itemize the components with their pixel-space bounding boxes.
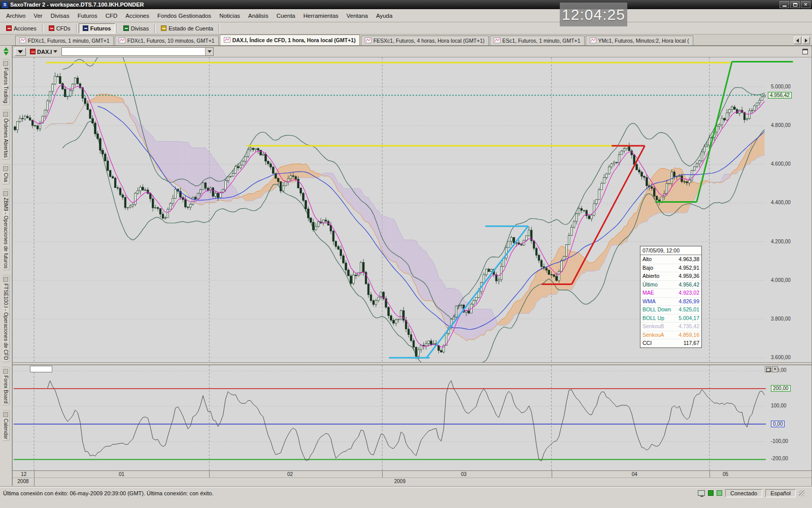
tab-scroll-left-button[interactable]	[794, 37, 801, 44]
month-boundary-tick	[552, 471, 552, 478]
tooltip-row-value: 4.959,36	[679, 273, 699, 280]
connection-icon[interactable]	[708, 490, 714, 496]
toolbar-futuros[interactable]: Futuros	[79, 23, 115, 34]
dock-item-calendar[interactable]: Calendar	[3, 410, 10, 441]
maximize-chart-icon[interactable]	[802, 49, 808, 54]
menu-item-ver[interactable]: Ver	[29, 11, 46, 21]
dock-item-ordenes-abiertas[interactable]: Órdenes Abiertas	[3, 110, 10, 160]
toolbar-cfds[interactable]: CFDs	[45, 23, 75, 34]
price-chart-panel[interactable]: 5.000,004.800,004.600,004.400,004.200,00…	[13, 57, 811, 362]
menu-item-ventana[interactable]: Ventana	[343, 11, 372, 21]
month-label: 05	[723, 471, 728, 477]
close-panel-icon[interactable]: ✕	[772, 366, 778, 372]
cci-tick-label: -100,00	[771, 438, 788, 444]
chart-tab-fesxc1[interactable]: FESXc1, Futuros, 4 horas, Hora local (GM…	[361, 36, 489, 45]
chart-window: DAX.I 5.000,004.800,004.600,004.400,004.…	[12, 46, 812, 486]
chart-icon	[224, 37, 230, 44]
arrow-right-icon	[805, 39, 807, 43]
dock-item-icon	[3, 61, 8, 66]
minimize-button[interactable]	[780, 1, 789, 8]
chart-tabs: FDXc1, Futuros, 1 minuto, GMT+1FDXc1, Fu…	[0, 34, 792, 45]
monitor-icon[interactable]	[698, 490, 705, 496]
price-tick-label: 3.600,00	[771, 355, 791, 360]
cci-indicator-panel[interactable]: 300,00200,00100,000,00-100,00-200,00 ✕	[13, 365, 811, 470]
dock-item-label: Calendar	[3, 419, 9, 439]
window-title: SaxoTrader 2 - workspace.DTS.7.100.IKH.P…	[10, 2, 780, 8]
toolbar-estado-de-cuenta[interactable]: Estado de Cuenta	[157, 23, 217, 34]
instrument-search-combobox[interactable]	[61, 47, 214, 56]
time-axis-years: 20082009	[13, 478, 811, 486]
chart-tab-fdxc1[interactable]: FDXc1, Futuros, 10 minutos, GMT+1	[115, 36, 219, 45]
dock-item-cha[interactable]: Cha	[3, 164, 10, 184]
tooltip-row-label: Bajo	[642, 265, 653, 272]
tooltip-row-boll-up: BOLL Up5.004,17	[640, 314, 701, 323]
menu-item-analisis[interactable]: Análisis	[244, 11, 273, 21]
status-bar: Última conexión con éxito: 06-may-2009 2…	[0, 487, 812, 499]
tooltip-row-senkoub: SenkouB4.735,42	[640, 322, 701, 331]
dock-item-icon	[3, 112, 8, 117]
chart-tab-label: FESXc1, Futuros, 4 horas, Hora local (GM…	[374, 38, 485, 44]
dock-item-icon	[3, 412, 8, 417]
tooltip-row-boll-down: BOLL Down4.525,01	[640, 305, 701, 314]
chart-tab-fdxc1[interactable]: FDXc1, Futuros, 1 minuto, GMT+1	[15, 36, 114, 45]
maximize-button[interactable]	[790, 1, 800, 8]
dock-item-futuros-trading[interactable]: Futuros Trading	[3, 59, 10, 105]
menu-item-fondos-gestionados[interactable]: Fondos Gestionados	[153, 11, 215, 21]
toolbar-acciones[interactable]: Acciones	[2, 23, 41, 34]
chart-icon	[119, 38, 125, 44]
chart-tab-esc1[interactable]: ESc1, Futuros, 1 minuto, GMT+1	[490, 36, 585, 45]
cci-canvas[interactable]	[14, 365, 766, 470]
menu-item-futuros[interactable]: Futuros	[74, 11, 101, 21]
chart-menu-button[interactable]	[15, 48, 26, 56]
toolbar-separator	[154, 24, 155, 33]
status-message: Última conexión con éxito: 06-may-2009 2…	[0, 490, 698, 496]
dock-item-ftse100-i-operaciones-de-cfd[interactable]: FTSE100.I - Operaciones de CFD	[3, 275, 10, 362]
tooltip-row-value: 4.963,38	[679, 256, 699, 263]
dock-item-forex-board[interactable]: Forex Board	[3, 367, 10, 405]
connection-status: Conectado	[725, 489, 762, 497]
chart-tooltip: 07/05/09, 12:00 Alto4.963,38Bajo4.952,91…	[640, 246, 702, 348]
language-selector[interactable]: Español	[765, 489, 796, 497]
dock-item-zbm9-operaciones-de-futuros[interactable]: ZBM9 - Operaciones de futuros	[3, 189, 10, 271]
dock-arrows-icon[interactable]	[4, 46, 9, 57]
title-bar: S SaxoTrader 2 - workspace.DTS.7.100.IKH…	[0, 0, 812, 9]
chart-tab-dax-i[interactable]: DAX.I, Índice de CFD, 1 hora, Hora local…	[220, 35, 360, 45]
combo-dropdown-button[interactable]	[205, 48, 213, 55]
tooltip-row-cci: CCI117,67	[640, 339, 701, 347]
tab-scroll-right-button[interactable]	[802, 37, 810, 44]
price-tick-label: 4.200,00	[771, 239, 791, 244]
market-data-icon[interactable]	[717, 490, 722, 496]
chart-tab-strip: FDXc1, Futuros, 1 minuto, GMT+1FDXc1, Fu…	[0, 35, 812, 46]
saxotrader-window: S SaxoTrader 2 - workspace.DTS.7.100.IKH…	[0, 0, 812, 508]
menu-item-divisas[interactable]: Divisas	[47, 11, 74, 21]
dock-item-label: Cha	[3, 173, 9, 182]
resize-grip[interactable]	[799, 490, 805, 496]
chart-icon	[365, 38, 371, 44]
maximize-panel-icon[interactable]	[765, 366, 771, 372]
chart-icon	[590, 38, 596, 44]
month-label: 02	[287, 471, 293, 477]
menu-item-cuenta[interactable]: Cuenta	[273, 11, 299, 21]
chart-tab-ymc1[interactable]: YMc1, Futuros, Minutos:2, Hora local (	[586, 36, 693, 45]
toolbar-divisas[interactable]: Divisas	[119, 23, 153, 34]
tooltip-row-label: BOLL Up	[642, 315, 664, 322]
tooltip-row-wma: WMA4.826,99	[640, 297, 701, 306]
tooltip-row-label: SenkouB	[642, 323, 664, 330]
status-right-cluster: Conectado Español	[698, 489, 812, 497]
tooltip-row-label: WMA	[642, 298, 656, 305]
combo-input[interactable]	[62, 48, 205, 55]
menu-item-cfd[interactable]: CFD	[101, 11, 122, 21]
close-button[interactable]: ✕	[801, 1, 810, 8]
menu-item-herramientas[interactable]: Herramientas	[299, 11, 343, 21]
time-axis: 120102030405 20082009	[13, 470, 811, 486]
tab-scroll-controls	[792, 36, 812, 45]
menu-item-noticias[interactable]: Noticias	[215, 11, 244, 21]
month-boundary-tick	[382, 471, 383, 478]
menu-item-archivo[interactable]: Archivo	[2, 11, 29, 21]
tooltip-row-mae: MAE4.923,02	[640, 289, 701, 297]
indicator-name-box[interactable]	[30, 366, 52, 372]
menu-item-acciones[interactable]: Acciones	[121, 11, 153, 21]
instrument-selector[interactable]: DAX.I	[28, 48, 59, 55]
tooltip-row-label: Abierto	[642, 273, 659, 280]
menu-item-ayuda[interactable]: Ayuda	[372, 11, 396, 21]
